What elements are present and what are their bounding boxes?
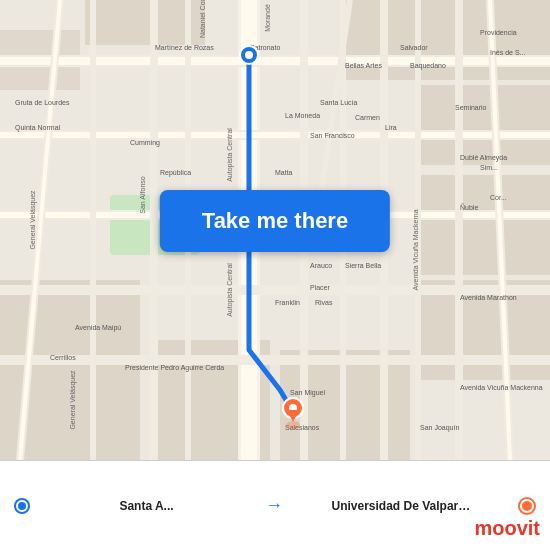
svg-text:San Joaquín: San Joaquín bbox=[420, 424, 459, 432]
bottom-bar: Santa A... → Universidad De Valparaíso C… bbox=[0, 460, 550, 550]
destination-name: Universidad De Valparaíso Campus Sant... bbox=[332, 499, 472, 513]
svg-text:Gruta de Lourdes: Gruta de Lourdes bbox=[15, 99, 70, 106]
svg-text:Cumming: Cumming bbox=[130, 139, 160, 147]
svg-text:Cerrillos: Cerrillos bbox=[50, 354, 76, 361]
svg-text:Autopista Central: Autopista Central bbox=[226, 128, 234, 182]
svg-text:Cor...: Cor... bbox=[490, 194, 507, 201]
svg-text:Seminario: Seminario bbox=[455, 104, 487, 111]
svg-text:Placer: Placer bbox=[310, 284, 331, 291]
svg-text:San Alfonso: San Alfonso bbox=[139, 176, 146, 213]
svg-rect-7 bbox=[420, 175, 550, 275]
svg-text:Franklin: Franklin bbox=[275, 299, 300, 306]
svg-text:San Francisco: San Francisco bbox=[310, 132, 355, 139]
svg-text:Avenida Vicuña Mackenna: Avenida Vicuña Mackenna bbox=[460, 384, 543, 391]
svg-rect-6 bbox=[420, 85, 550, 165]
svg-text:Nataniel Cox: Nataniel Cox bbox=[199, 0, 206, 38]
svg-text:Dublé Almeyda: Dublé Almeyda bbox=[460, 154, 507, 162]
svg-rect-33 bbox=[455, 0, 463, 460]
destination-dot bbox=[520, 499, 534, 513]
svg-text:San Miguel: San Miguel bbox=[290, 389, 325, 397]
svg-text:Autopista Central: Autopista Central bbox=[226, 263, 234, 317]
map-container: Morandé Nataniel Cox Martínez de Rozas P… bbox=[0, 0, 550, 460]
svg-point-80 bbox=[245, 51, 253, 59]
svg-text:General Velásquez: General Velásquez bbox=[29, 190, 37, 250]
svg-text:General Velásquez: General Velásquez bbox=[69, 370, 77, 430]
route-arrow: → bbox=[265, 495, 283, 516]
svg-text:Avenida Marathon: Avenida Marathon bbox=[460, 294, 517, 301]
svg-text:Bellas Artes: Bellas Artes bbox=[345, 62, 382, 69]
svg-text:Lira: Lira bbox=[385, 124, 397, 131]
svg-point-81 bbox=[286, 421, 300, 429]
moovit-logo: moovit bbox=[474, 517, 540, 540]
origin-dot bbox=[16, 500, 28, 512]
destination-location: Universidad De Valparaíso Campus Sant... bbox=[293, 499, 510, 513]
svg-text:Martínez de Rozas: Martínez de Rozas bbox=[155, 44, 214, 51]
svg-rect-34 bbox=[90, 0, 96, 460]
svg-text:Ñuble: Ñuble bbox=[460, 203, 478, 211]
svg-text:La Moneda: La Moneda bbox=[285, 112, 320, 119]
svg-rect-15 bbox=[0, 57, 550, 65]
svg-text:Avenida Vicuña Mackerna: Avenida Vicuña Mackerna bbox=[412, 209, 419, 290]
svg-text:Morandé: Morandé bbox=[264, 4, 271, 32]
svg-text:Presidente Pedro Aguirre Cerda: Presidente Pedro Aguirre Cerda bbox=[125, 364, 224, 372]
svg-text:Baquedano: Baquedano bbox=[410, 62, 446, 70]
svg-text:Santa Lucía: Santa Lucía bbox=[320, 99, 357, 106]
origin-location: Santa A... bbox=[38, 499, 255, 513]
svg-text:República: República bbox=[160, 169, 191, 177]
svg-text:Salvador: Salvador bbox=[400, 44, 428, 51]
svg-rect-17 bbox=[0, 132, 550, 138]
svg-text:Avenida Maipú: Avenida Maipú bbox=[75, 324, 121, 332]
svg-text:Providencia: Providencia bbox=[480, 29, 517, 36]
svg-text:Sierra Bella: Sierra Bella bbox=[345, 262, 381, 269]
svg-rect-21 bbox=[0, 355, 550, 365]
svg-text:Inés de S...: Inés de S... bbox=[490, 49, 525, 56]
svg-text:Rivas: Rivas bbox=[315, 299, 333, 306]
route-info: Santa A... → Universidad De Valparaíso C… bbox=[16, 495, 534, 516]
svg-text:Sim...: Sim... bbox=[480, 164, 498, 171]
svg-text:Matta: Matta bbox=[275, 169, 293, 176]
svg-text:Arauco: Arauco bbox=[310, 262, 332, 269]
take-me-there-button[interactable]: Take me there bbox=[160, 190, 390, 252]
origin-name: Santa A... bbox=[119, 499, 173, 513]
svg-text:Quinta Normal: Quinta Normal bbox=[15, 124, 61, 132]
moovit-brand: moovit bbox=[474, 517, 540, 540]
svg-text:Carmen: Carmen bbox=[355, 114, 380, 121]
svg-rect-27 bbox=[150, 0, 158, 460]
